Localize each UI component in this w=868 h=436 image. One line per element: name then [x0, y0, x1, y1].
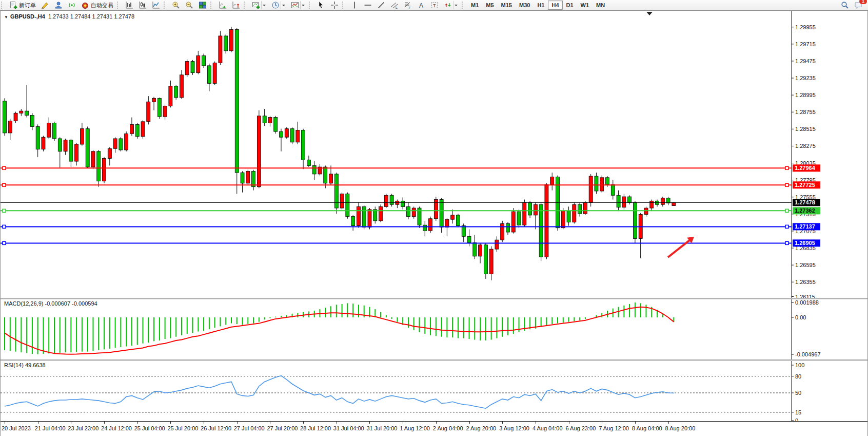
bar-chart-mode-button[interactable]	[123, 0, 135, 10]
main-chart-panel[interactable]: ▼GBPUSD-,H4 1.27433 1.27484 1.27431 1.27…	[1, 11, 867, 298]
time-axis-tick	[137, 422, 138, 424]
tile-windows-button[interactable]	[196, 0, 209, 10]
macd-panel[interactable]: MACD(12,26,9) -0.000607 -0.000594 0.0019…	[1, 299, 867, 359]
price-tag-label: 1.27137	[795, 223, 815, 230]
rsi-axis-label: 50	[795, 390, 801, 396]
line-handle[interactable]	[3, 183, 6, 186]
search-button[interactable]	[839, 0, 851, 10]
line-handle[interactable]	[3, 225, 6, 228]
time-axis-tick	[237, 422, 238, 424]
signals-button[interactable]	[66, 0, 78, 10]
timeframe-h1-button[interactable]: H1	[534, 1, 548, 10]
candle	[650, 201, 654, 208]
arrows-tool-dropdown-arrow-icon[interactable]	[453, 1, 458, 9]
zoom-out-button[interactable]	[183, 0, 195, 10]
candle	[152, 98, 156, 102]
zoom-out-icon	[185, 1, 193, 9]
candle	[357, 206, 360, 225]
chart-shift-marker-icon[interactable]	[646, 12, 653, 15]
time-axis-tick	[668, 422, 669, 424]
auto-scroll-button[interactable]	[216, 0, 229, 10]
candle	[423, 225, 427, 231]
horizontal-line-tool-button[interactable]	[362, 0, 374, 10]
line-handle[interactable]	[3, 209, 6, 212]
candle	[633, 202, 637, 238]
cursor-button[interactable]	[315, 0, 327, 10]
candle	[263, 116, 266, 123]
candle	[600, 178, 604, 191]
candle	[589, 176, 593, 202]
candle	[523, 202, 526, 225]
fibonacci-tool-button[interactable]: F	[402, 0, 414, 10]
line-handle[interactable]	[785, 166, 788, 169]
templates-dropdown-arrow-icon[interactable]	[300, 1, 305, 9]
candle	[296, 130, 300, 142]
timeframe-m15-button[interactable]: M15	[498, 1, 516, 10]
timeframe-w1-button[interactable]: W1	[577, 1, 593, 10]
candle	[130, 124, 133, 134]
new-chart-button[interactable]	[250, 0, 268, 10]
text-tool-button[interactable]: A	[415, 0, 427, 10]
vertical-line-tool-icon	[350, 1, 359, 9]
candle-chart-mode-button[interactable]	[136, 0, 149, 10]
candle	[91, 151, 95, 167]
templates-button[interactable]	[289, 0, 307, 10]
periods-button[interactable]	[269, 0, 288, 10]
timeframe-h4-button[interactable]: H4	[548, 1, 562, 10]
timeframe-m30-button[interactable]: M30	[516, 1, 534, 10]
candle	[334, 174, 338, 208]
trendline-tool-icon	[377, 1, 385, 9]
toolbar: 新订单自动交易EFATM1M5M15M30H1H4D1W1MN1	[0, 0, 868, 11]
new-chart-dropdown-arrow-icon[interactable]	[261, 1, 266, 9]
new-order-button[interactable]: 新订单	[7, 0, 38, 10]
crosshair-button[interactable]	[328, 0, 341, 10]
profiles-button[interactable]	[52, 0, 65, 10]
timeframe-d1-button[interactable]: D1	[563, 1, 577, 10]
candle-chart-mode-icon	[139, 1, 147, 9]
notifications-button[interactable]: 1	[852, 0, 864, 10]
styler-button[interactable]	[39, 0, 51, 10]
candle	[440, 200, 443, 228]
toolbar-grip	[164, 2, 168, 9]
channel-tool-button[interactable]: E	[388, 0, 401, 10]
candle	[180, 75, 183, 98]
line-chart-mode-button[interactable]	[150, 0, 162, 10]
line-handle[interactable]	[785, 183, 788, 186]
collapse-triangle-icon[interactable]: ▼	[4, 15, 8, 20]
candle	[368, 210, 371, 227]
line-handle[interactable]	[3, 166, 6, 169]
cursor-icon	[317, 1, 325, 9]
vertical-line-tool-button[interactable]	[348, 0, 361, 10]
price-axis-label: 1.28515	[795, 126, 816, 132]
candle	[25, 111, 29, 115]
candle	[290, 129, 294, 142]
candle	[125, 134, 128, 150]
periods-dropdown-arrow-icon[interactable]	[281, 1, 286, 9]
line-handle[interactable]	[785, 209, 788, 212]
trendline-tool-button[interactable]	[375, 0, 387, 10]
candle	[672, 202, 676, 205]
candle	[362, 206, 366, 227]
time-axis-label: 2 Aug 20:00	[466, 425, 497, 431]
candle	[36, 126, 40, 149]
rsi-panel[interactable]: RSI(14) 49.6638 1008050150	[1, 361, 867, 421]
time-axis[interactable]: 20 Jul 202321 Jul 04:0023 Jul 23:0024 Ju…	[1, 421, 867, 436]
timeframe-m5-button[interactable]: M5	[482, 1, 497, 10]
zoom-in-button[interactable]	[170, 0, 182, 10]
candle	[384, 195, 388, 206]
text-label-tool-button[interactable]: T	[428, 0, 441, 10]
chart-symbol-period: GBPUSD-,H4	[10, 13, 45, 20]
annotation-arrow[interactable]	[668, 239, 691, 257]
chart-shift-button[interactable]	[230, 0, 242, 10]
auto-trading-button[interactable]: 自动交易	[79, 0, 115, 10]
arrows-tool-button[interactable]	[442, 0, 460, 10]
line-handle[interactable]	[785, 225, 788, 228]
time-axis-tick	[303, 422, 304, 424]
line-handle[interactable]	[785, 241, 788, 244]
toolbar-grip	[309, 2, 313, 9]
periods-icon	[271, 1, 280, 9]
candle	[429, 219, 432, 231]
line-handle[interactable]	[3, 241, 6, 244]
timeframe-m1-button[interactable]: M1	[467, 1, 482, 10]
timeframe-mn-button[interactable]: MN	[593, 1, 608, 10]
